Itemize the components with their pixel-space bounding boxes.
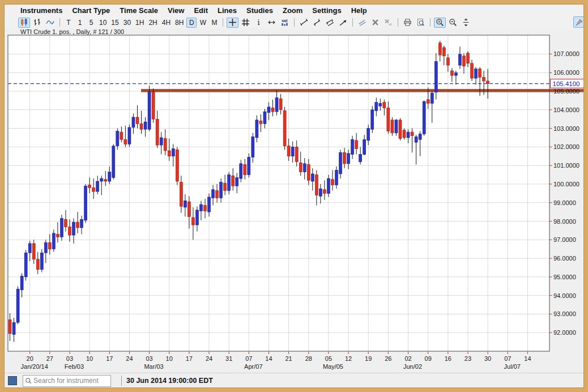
- timeframe-30[interactable]: 30: [122, 18, 133, 28]
- timeframe-w[interactable]: W: [198, 18, 208, 28]
- delete-all-icon[interactable]: all: [382, 18, 394, 28]
- candle: [108, 172, 111, 181]
- candle: [92, 188, 95, 191]
- candle: [311, 174, 314, 181]
- horizontal-scale-icon[interactable]: [266, 18, 278, 28]
- grid-icon[interactable]: [240, 18, 252, 28]
- crosshair-icon[interactable]: [227, 18, 238, 28]
- candle: [351, 139, 354, 154]
- toolbar-divider: [430, 18, 431, 27]
- candle: [287, 146, 290, 156]
- candle: [172, 149, 174, 156]
- svg-text:10: 10: [166, 355, 173, 362]
- candle: [199, 204, 202, 211]
- zoom-in-icon[interactable]: [434, 18, 446, 28]
- candle: [383, 103, 386, 108]
- candle: [20, 276, 23, 290]
- timeframe-1h[interactable]: 1H: [134, 18, 146, 28]
- menu-item-time-scale[interactable]: Time Scale: [120, 6, 158, 15]
- svg-text:14: 14: [265, 355, 272, 362]
- candle: [44, 242, 47, 253]
- candle: [375, 103, 378, 111]
- volume-icon[interactable]: vol: [279, 18, 291, 28]
- svg-text:16: 16: [445, 355, 451, 362]
- delete-icon[interactable]: [369, 18, 381, 28]
- info-icon[interactable]: i: [253, 18, 265, 28]
- menu-item-settings[interactable]: Settings: [312, 6, 341, 15]
- instrument-search-box[interactable]: [23, 375, 111, 387]
- ray-arrow-icon[interactable]: [337, 18, 349, 28]
- svg-text:10: 10: [86, 355, 93, 362]
- price-chart-canvas[interactable]: 107.0000106.0000105.0000104.0000103.0000…: [4, 28, 584, 373]
- svg-text:05: 05: [325, 355, 332, 362]
- parallel-channel-icon[interactable]: [324, 18, 336, 28]
- candle: [176, 150, 178, 181]
- candle: [36, 259, 39, 270]
- svg-text:30: 30: [484, 355, 491, 362]
- line-chart-icon[interactable]: [44, 18, 56, 28]
- timeframe-d[interactable]: D: [186, 18, 197, 28]
- chart-timestamp: 30 Jun 2014 19:00:00 EDT: [126, 377, 213, 385]
- timeframe-8h[interactable]: 8H: [173, 18, 185, 28]
- connection-status-icon[interactable]: [8, 376, 17, 385]
- candle: [132, 117, 135, 127]
- menu-item-view[interactable]: View: [168, 6, 184, 15]
- candle: [399, 120, 402, 139]
- ohlc-bar-chart-icon[interactable]: [31, 18, 43, 28]
- timeframe-10[interactable]: 10: [97, 18, 108, 28]
- timeframe-15[interactable]: 15: [109, 18, 120, 28]
- svg-text:105.0000: 105.0000: [553, 88, 580, 95]
- menu-item-zoom[interactable]: Zoom: [283, 6, 302, 15]
- timeframe-tick[interactable]: T: [63, 18, 74, 28]
- candle: [64, 219, 67, 227]
- candle: [259, 121, 262, 123]
- candlestick-chart-icon[interactable]: [18, 18, 30, 28]
- svg-text:Jun/02: Jun/02: [403, 363, 422, 370]
- svg-text:24: 24: [206, 355, 212, 362]
- timeframe-1[interactable]: 1: [75, 18, 85, 28]
- svg-text:Mar/03: Mar/03: [144, 363, 163, 370]
- timeframe-5[interactable]: 5: [86, 18, 96, 28]
- timeframe-m[interactable]: M: [209, 18, 219, 28]
- menu-item-edit[interactable]: Edit: [194, 6, 208, 15]
- menu-item-studies[interactable]: Studies: [246, 6, 273, 15]
- timeframe-4h[interactable]: 4H: [160, 18, 172, 28]
- candle: [56, 234, 59, 237]
- remove-line-icon[interactable]: [356, 18, 368, 28]
- candle: [391, 120, 394, 133]
- candle: [462, 56, 465, 66]
- zoom-out-icon[interactable]: [447, 18, 459, 28]
- menu-item-lines[interactable]: Lines: [218, 6, 237, 15]
- candle: [471, 63, 474, 78]
- candle: [450, 71, 453, 75]
- menu-item-help[interactable]: Help: [351, 6, 367, 15]
- print-preview-icon[interactable]: [415, 18, 427, 28]
- timeframe-2h[interactable]: 2H: [147, 18, 159, 28]
- toolbar-divider: [294, 18, 295, 27]
- candle: [236, 177, 238, 186]
- menu-item-instruments[interactable]: Instruments: [20, 6, 62, 15]
- candle: [208, 197, 211, 212]
- search-input[interactable]: [32, 376, 101, 385]
- candle: [479, 69, 482, 78]
- candle: [144, 122, 147, 129]
- pin-icon[interactable]: [573, 16, 585, 28]
- svg-text:19: 19: [365, 355, 372, 362]
- candle: [387, 108, 390, 131]
- extended-line-icon[interactable]: [311, 18, 323, 28]
- candle: [263, 112, 266, 123]
- candle: [24, 253, 27, 277]
- svg-text:28: 28: [305, 355, 312, 362]
- candle: [120, 132, 123, 139]
- candle: [367, 129, 370, 140]
- menu-item-chart-type[interactable]: Chart Type: [72, 6, 110, 15]
- candle: [228, 175, 231, 191]
- svg-text:105.4100: 105.4100: [553, 80, 580, 87]
- candle: [423, 101, 425, 134]
- svg-text:97.0000: 97.0000: [553, 236, 576, 243]
- trendline-icon[interactable]: [298, 18, 310, 28]
- resistance-line[interactable]: [141, 89, 584, 93]
- candle: [446, 58, 449, 65]
- print-icon[interactable]: [402, 18, 414, 28]
- fit-vertical-icon[interactable]: [460, 18, 472, 28]
